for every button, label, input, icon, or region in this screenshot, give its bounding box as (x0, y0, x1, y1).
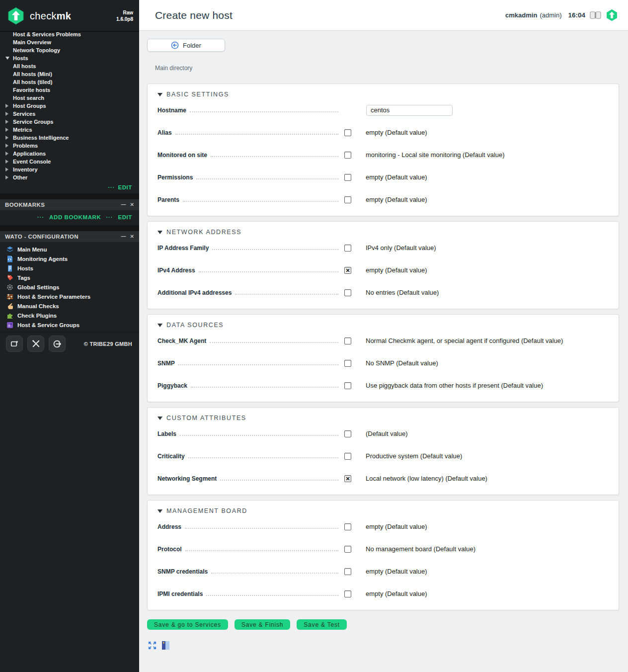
attribute-checkbox[interactable] (344, 430, 351, 437)
fullscreen-icon[interactable] (148, 641, 157, 650)
attribute-checkbox[interactable] (344, 129, 351, 136)
sidebar-view-item[interactable]: Problems (0, 142, 139, 150)
sidebar-view-item[interactable]: All hosts (tiled) (0, 78, 139, 86)
attribute-checkbox[interactable] (344, 174, 351, 181)
wato-item-host-service-groups[interactable]: Host & Service Groups (0, 320, 139, 330)
sidebar-logo-area[interactable]: checkmk Raw 1.6.0p8 (0, 0, 139, 32)
tree-collapsed-icon[interactable] (5, 136, 8, 140)
manual-checks-icon (6, 302, 13, 310)
tree-collapsed-icon[interactable] (5, 152, 8, 156)
sidebar-view-item[interactable]: Service Groups (0, 118, 139, 126)
tree-collapsed-icon[interactable] (5, 168, 8, 171)
folder-button[interactable]: Folder (147, 39, 225, 52)
section-collapse-icon[interactable] (157, 93, 162, 96)
sidebar-view-item[interactable]: Host search (0, 94, 139, 102)
sidebar-view-item[interactable]: Hosts (0, 54, 139, 62)
sidebar-view-item[interactable]: All hosts (0, 62, 139, 70)
wato-item-global-settings[interactable]: Global Settings (0, 282, 139, 292)
section-collapse-icon[interactable] (157, 509, 162, 513)
wato-item-tags[interactable]: Tags (0, 273, 139, 282)
wato-item-hosts[interactable]: Hosts (0, 263, 139, 273)
tree-collapsed-icon[interactable] (5, 144, 8, 148)
toggle-sidebar-icon[interactable] (161, 641, 170, 650)
section-header[interactable]: DATA SOURCES (157, 321, 609, 330)
minimize-snapin-icon[interactable]: — (121, 202, 126, 207)
sidebar-view-item[interactable]: Inventory (0, 166, 139, 173)
wato-item-main-menu[interactable]: Main Menu (0, 245, 139, 254)
wato-item-monitoring-agents[interactable]: Monitoring Agents (0, 254, 139, 263)
sidebar-view-item[interactable]: Favorite hosts (0, 86, 139, 94)
attribute-checkbox[interactable] (344, 337, 351, 344)
sidebar-view-item[interactable]: Network Topology (0, 46, 139, 54)
tree-collapsed-icon[interactable] (5, 175, 8, 179)
save-finish-button[interactable]: Save & Finish (235, 619, 290, 630)
wato-list: Main MenuMonitoring AgentsHostsTagsGloba… (0, 242, 139, 335)
form-row: Monitored on sitemonitoring - Local site… (157, 144, 609, 166)
wato-item-check-plugins[interactable]: Check Plugins (0, 311, 139, 320)
section-collapse-icon[interactable] (157, 231, 162, 234)
sidebar-view-item[interactable]: Metrics (0, 126, 139, 134)
tools-button[interactable] (27, 336, 44, 352)
section-header[interactable]: NETWORK ADDRESS (157, 228, 609, 237)
tree-collapsed-icon[interactable] (5, 120, 8, 124)
sidebar-view-item[interactable]: Main Overview (0, 38, 139, 46)
add-snapin-button[interactable] (6, 336, 23, 352)
sidebar-view-item[interactable]: Host Groups (0, 102, 139, 110)
checkmk-home-icon[interactable] (606, 9, 618, 21)
sidebar-view-item[interactable]: Event Console (0, 158, 139, 166)
attribute-checkbox[interactable] (344, 382, 351, 389)
section-collapse-icon[interactable] (157, 417, 162, 420)
hostname-input[interactable] (366, 105, 453, 116)
tree-expanded-icon[interactable] (5, 57, 9, 60)
section-header[interactable]: BASIC SETTINGS (157, 90, 609, 99)
attribute-checkbox[interactable] (344, 523, 351, 530)
attribute-checkbox[interactable] (344, 590, 351, 597)
content-area: Folder Main directory BASIC SETTINGSHost… (139, 31, 628, 672)
attribute-checkbox[interactable]: ✕ (344, 267, 351, 274)
minimize-snapin-icon[interactable]: — (121, 234, 126, 239)
tree-collapsed-icon[interactable] (5, 128, 8, 132)
save-test-button[interactable]: Save & Test (297, 619, 347, 630)
bookmarks-edit-link[interactable]: EDIT (118, 214, 132, 220)
tree-collapsed-icon[interactable] (5, 160, 8, 164)
attribute-checkbox[interactable]: ✕ (344, 475, 351, 482)
help-book-icon[interactable] (590, 11, 601, 19)
wato-item-label: Hosts (17, 265, 33, 271)
tree-collapsed-icon[interactable] (5, 112, 8, 116)
sidebar-view-item[interactable]: Host & Services Problems (0, 32, 139, 38)
form-row-label: Additional IPv4 addresses (157, 289, 232, 296)
sidebar-view-item[interactable]: All hosts (Mini) (0, 70, 139, 78)
close-snapin-icon[interactable]: ✕ (130, 202, 134, 207)
sidebar-view-item[interactable]: Services (0, 110, 139, 118)
attribute-checkbox[interactable] (344, 196, 351, 203)
add-bookmark-link[interactable]: ADD BOOKMARK (49, 214, 101, 220)
snapin-divider (0, 193, 139, 199)
attribute-checkbox[interactable] (344, 546, 351, 553)
logged-in-user: cmkadmin (505, 11, 537, 19)
sidebar-view-item[interactable]: Other (0, 173, 139, 181)
section-header[interactable]: MANAGEMENT BOARD (157, 506, 609, 515)
views-edit-link[interactable]: EDIT (118, 184, 132, 190)
wato-item-host-service-parameters[interactable]: Host & Service Parameters (0, 292, 139, 301)
sidebar-view-item[interactable]: Applications (0, 150, 139, 158)
breadcrumb[interactable]: Main directory (155, 65, 620, 72)
attribute-checkbox[interactable] (344, 245, 351, 252)
logout-button[interactable] (49, 336, 66, 352)
form-row-label-wrap: IPv4 Address (157, 267, 339, 274)
tree-collapsed-icon[interactable] (5, 104, 8, 108)
form-row: Addressempty (Default value) (157, 515, 609, 538)
section-collapse-icon[interactable] (157, 324, 162, 327)
section-header[interactable]: CUSTOM ATTRIBUTES (157, 414, 609, 422)
sidebar-view-item[interactable]: Business Intelligence (0, 134, 139, 142)
attribute-checkbox[interactable] (344, 568, 351, 575)
wato-item-manual-checks[interactable]: Manual Checks (0, 301, 139, 311)
checkmk-logo-icon (7, 7, 25, 25)
attribute-checkbox[interactable] (344, 289, 351, 296)
attribute-checkbox[interactable] (344, 152, 351, 159)
attribute-checkbox[interactable] (344, 360, 351, 367)
save-go-to-services-button[interactable]: Save & go to Services (147, 619, 228, 630)
close-snapin-icon[interactable]: ✕ (130, 234, 134, 239)
attribute-checkbox[interactable] (344, 453, 351, 460)
dotted-leader (212, 249, 338, 250)
form-row-label: Hostname (157, 107, 186, 114)
